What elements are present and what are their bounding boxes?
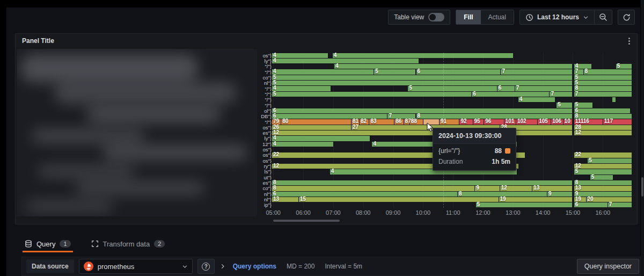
timeline-segment[interactable]: 8 bbox=[574, 86, 632, 91]
timeline-segment[interactable]: 92 bbox=[459, 119, 473, 124]
timeline-segment[interactable]: 8 bbox=[584, 69, 632, 74]
segment-value-label: 106 bbox=[552, 119, 561, 124]
timeline-segment[interactable]: 5 bbox=[574, 81, 632, 85]
timeline-segment[interactable]: 28 bbox=[574, 125, 632, 130]
timeline-segment[interactable]: 95 bbox=[473, 119, 485, 124]
timeline-segment[interactable]: 22 bbox=[574, 152, 632, 157]
chevron-right-icon[interactable] bbox=[219, 263, 226, 270]
segment-value-label: 86 bbox=[396, 119, 401, 124]
query-inspector-button[interactable]: Query inspector bbox=[577, 259, 639, 274]
timeline-segment[interactable]: 13 bbox=[532, 186, 573, 191]
panel-menu-icon[interactable] bbox=[625, 37, 633, 45]
timeline-segment[interactable]: 5 bbox=[574, 169, 632, 174]
datasource-label: Data source bbox=[26, 259, 74, 273]
timeline-segment[interactable]: 5 bbox=[408, 86, 497, 91]
horizontal-scrollbar[interactable] bbox=[273, 220, 340, 222]
timeline-segment[interactable]: 6 bbox=[472, 92, 550, 97]
timeline-segment[interactable]: 6 bbox=[574, 108, 631, 113]
vertical-scrollbar-thumb[interactable] bbox=[641, 177, 643, 197]
timeline-segment[interactable]: 88 bbox=[410, 119, 423, 124]
timeline-segment[interactable]: 102 bbox=[516, 119, 538, 124]
timeline-segment[interactable]: 6 bbox=[497, 86, 515, 91]
timeline-segment[interactable]: 6 bbox=[272, 108, 573, 113]
timeline-segment[interactable]: 12 bbox=[574, 130, 632, 135]
refresh-button[interactable] bbox=[618, 10, 635, 25]
timeline-segment[interactable]: 5 bbox=[272, 92, 472, 97]
timeline-segment[interactable]: 106 bbox=[551, 119, 563, 124]
timeline-segment[interactable]: 9 bbox=[547, 192, 573, 197]
timeline-segment[interactable]: 7 bbox=[574, 92, 632, 97]
timeline-segment[interactable]: 86 bbox=[394, 119, 404, 124]
timeline-segment[interactable]: 5 bbox=[272, 75, 573, 80]
dashboard: Table view Fill Actual Last 12 hours Pan… bbox=[6, 8, 640, 276]
timeline-segment[interactable]: 13 bbox=[574, 186, 632, 191]
timeline-segment[interactable]: 8 bbox=[272, 186, 475, 191]
query-tab-label: Query bbox=[36, 240, 55, 248]
timeline-segment[interactable]: 12 bbox=[500, 186, 532, 191]
segment-value-label: 9 bbox=[548, 191, 552, 197]
timeline-segment[interactable]: 7 bbox=[550, 92, 573, 97]
timeline-segment[interactable]: 5 bbox=[374, 69, 416, 74]
timeline-segment[interactable]: 10 bbox=[564, 119, 573, 124]
timeline-segment[interactable]: 4 bbox=[272, 69, 374, 74]
actual-option[interactable]: Actual bbox=[481, 10, 514, 24]
timeline-segment[interactable]: 91 bbox=[440, 119, 459, 124]
timeline-segment[interactable]: 87 bbox=[404, 119, 410, 124]
segment-value-label: 5 bbox=[558, 102, 561, 107]
timeline-segment[interactable]: 4 bbox=[518, 97, 555, 102]
timeline-segment[interactable]: 4 bbox=[272, 142, 334, 147]
tab-transform-data[interactable]: Transform data 2 bbox=[89, 235, 167, 252]
timeline-segment[interactable]: 9 bbox=[574, 192, 632, 197]
timeline-segment[interactable]: 116 bbox=[580, 119, 603, 124]
x-axis-label: 14:00 bbox=[536, 209, 551, 216]
timeline-segment[interactable]: 12 bbox=[574, 164, 632, 169]
tab-query[interactable]: Query 1 bbox=[23, 235, 73, 252]
timeline-segment[interactable]: 5 bbox=[590, 175, 613, 180]
timeline-segment[interactable]: 8 bbox=[574, 180, 632, 185]
timeline-segment[interactable]: 8 bbox=[416, 114, 573, 119]
timeline-segment[interactable]: 5 bbox=[557, 103, 573, 107]
timeline-segment[interactable]: 5 bbox=[476, 202, 573, 207]
timeline-segment[interactable]: 4 bbox=[333, 53, 514, 58]
timeline-segment[interactable]: 26 bbox=[272, 125, 352, 130]
segment-value-label: 8 bbox=[459, 191, 462, 197]
fill-option[interactable]: Fill bbox=[456, 10, 480, 24]
timeline-segment[interactable]: 5 bbox=[574, 75, 632, 80]
timeline-segment[interactable]: 5 bbox=[588, 158, 632, 163]
panel-header[interactable]: Panel Title bbox=[16, 34, 637, 48]
timeline-segment[interactable]: 5 bbox=[616, 64, 632, 69]
timeline-segment[interactable]: 12 bbox=[272, 130, 573, 135]
query-options-toggle[interactable]: Query options bbox=[233, 263, 276, 270]
segment-value-label: 15 bbox=[300, 197, 306, 202]
table-view-toggle[interactable] bbox=[428, 13, 444, 21]
timeline-segment[interactable]: 6 bbox=[416, 69, 501, 74]
timeline-segment[interactable]: 7 bbox=[515, 86, 573, 91]
timeline-segment[interactable]: 4 bbox=[272, 53, 328, 58]
timeline-segment[interactable]: 4 bbox=[272, 86, 331, 91]
timeline-segment[interactable]: 19 bbox=[499, 197, 573, 202]
timeline-segment[interactable]: 83 bbox=[369, 119, 394, 124]
timeline-segment[interactable]: 7 bbox=[501, 69, 573, 74]
timeline-segment[interactable]: 9 bbox=[475, 186, 500, 191]
timeline-segment[interactable]: 105 bbox=[538, 119, 551, 124]
datasource-picker[interactable]: prometheus bbox=[79, 259, 193, 274]
time-range-button[interactable]: Last 12 hours bbox=[520, 10, 594, 24]
timeline-segment[interactable]: 4 bbox=[272, 136, 370, 141]
timeline-segment[interactable]: 117 bbox=[603, 119, 632, 124]
timeline-segment[interactable]: 5 bbox=[272, 81, 573, 85]
timeline-segment[interactable]: 4 bbox=[272, 59, 419, 63]
timeline-segment[interactable]: 80 bbox=[281, 119, 352, 124]
timeline-segment[interactable]: 7 bbox=[608, 202, 632, 207]
timeline-segment[interactable] bbox=[612, 97, 616, 102]
datasource-help-button[interactable]: ? bbox=[197, 259, 215, 274]
timeline-segment[interactable]: 15 bbox=[299, 197, 499, 202]
timeline-segment[interactable]: 6 bbox=[574, 202, 608, 207]
timeline-segment[interactable]: 13 bbox=[272, 197, 299, 202]
segment-value-label: 102 bbox=[517, 119, 526, 124]
segment-value-label: 20 bbox=[588, 197, 594, 202]
vertical-scrollbar[interactable] bbox=[641, 0, 644, 276]
zoom-out-time-button[interactable] bbox=[594, 10, 612, 24]
timeline-segment[interactable]: 4 bbox=[334, 64, 573, 69]
timeline-segment[interactable]: 82 bbox=[360, 119, 369, 124]
timeline-segment[interactable]: 8 bbox=[272, 180, 573, 185]
